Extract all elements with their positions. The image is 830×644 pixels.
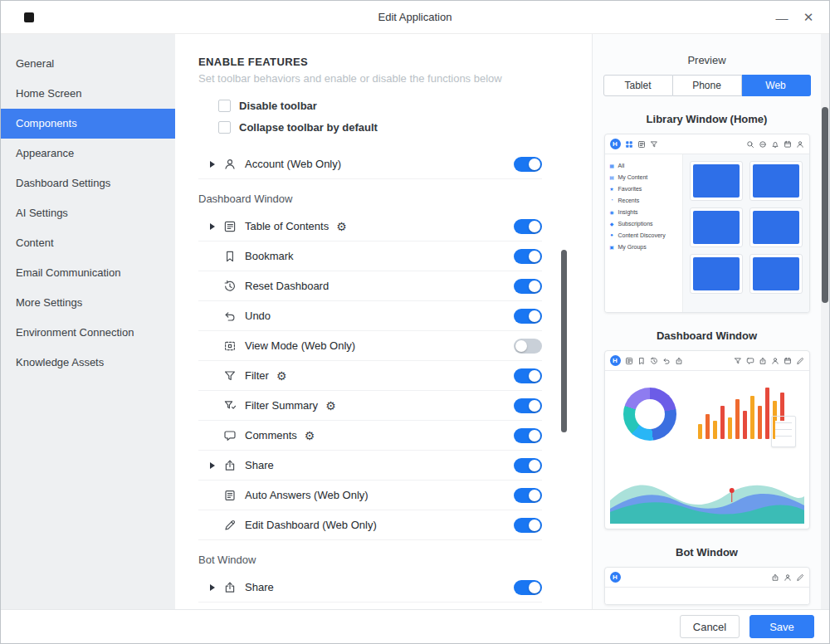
discovery-icon: ● (609, 232, 615, 237)
close-button[interactable]: ✕ (798, 7, 819, 27)
window-scrollbar-track[interactable] (821, 34, 829, 609)
edit-icon (223, 519, 243, 532)
library-nav-item-content-discovery: ●Content Discovery (609, 229, 678, 241)
settings-gear-icon[interactable]: ⚙ (325, 400, 336, 412)
account-toggle[interactable] (514, 157, 542, 172)
feature-label: Edit Dashboard (Web Only) (245, 519, 377, 531)
settings-gear-icon[interactable]: ⚙ (336, 221, 347, 232)
filter-icon (650, 140, 658, 149)
feature-label: Account (Web Only) (245, 158, 341, 170)
enable-features-heading: ENABLE FEATURES (198, 56, 542, 68)
undo-toggle[interactable] (514, 309, 542, 324)
collapse-toolbar-checkbox[interactable] (218, 121, 231, 134)
sidebar-item-appearance[interactable]: Appearance (1, 139, 175, 168)
device-switcher: Tablet Phone Web (603, 75, 811, 96)
library-window-preview: H ▦All ▤My (604, 134, 810, 313)
library-nav-item-recents: ◔Recents (609, 194, 678, 206)
library-nav-item-insights: ◉Insights (609, 206, 678, 217)
calendar-icon (784, 357, 792, 365)
table-of-contents-toggle[interactable] (514, 219, 542, 234)
edit-dashboard-toggle[interactable] (514, 518, 542, 533)
reset-dashboard-toggle[interactable] (514, 279, 542, 294)
feature-label: Filter (245, 369, 269, 382)
bot-preview-toolbar: H (605, 568, 809, 588)
sidebar-item-home-screen[interactable]: Home Screen (1, 79, 175, 109)
undo-icon (223, 310, 243, 323)
sidebar-item-more-settings[interactable]: More Settings (1, 288, 175, 318)
settings-gear-icon[interactable]: ⚙ (276, 370, 287, 382)
feature-label: Filter Summary (245, 399, 318, 412)
user-icon (784, 573, 792, 582)
sidebar-item-content[interactable]: Content (1, 228, 175, 258)
sidebar-item-dashboard-settings[interactable]: Dashboard Settings (1, 168, 175, 198)
edit-application-dialog: Edit Application — ✕ General Home Screen… (0, 0, 830, 644)
tab-web[interactable]: Web (742, 75, 811, 96)
feature-row-reset-dashboard: Reset Dashboard (198, 271, 542, 301)
app-logo: H (610, 139, 621, 149)
dialog-footer: Cancel Save (1, 609, 829, 643)
table-of-contents-icon (625, 357, 633, 365)
save-button[interactable]: Save (749, 615, 814, 638)
collapse-toolbar-row: Collapse toolbar by default (218, 116, 542, 138)
tab-phone[interactable]: Phone (673, 75, 742, 96)
view-mode-icon (223, 339, 243, 353)
feature-label: Table of Contents (245, 220, 329, 232)
window-scrollbar-thumb[interactable] (822, 107, 828, 303)
disable-toolbar-row: Disable toolbar (218, 95, 542, 116)
feature-row-filter: Filter ⚙ (198, 361, 542, 391)
settings-gear-icon[interactable]: ⚙ (305, 430, 315, 442)
sidebar-item-components[interactable]: Components (1, 109, 175, 139)
library-nav-item-my-content: ▤My Content (609, 171, 678, 183)
subscription-icon: ◆ (609, 221, 615, 227)
auto-answers-toggle[interactable] (514, 488, 542, 503)
sidebar-item-ai-settings[interactable]: AI Settings (1, 198, 175, 228)
sidebar-item-knowledge-assets[interactable]: Knowledge Assets (1, 348, 175, 378)
dashboard-window-preview: H (604, 350, 810, 529)
table-of-contents-icon (223, 220, 243, 233)
star-icon: ★ (609, 186, 615, 192)
share-icon (675, 357, 683, 365)
expand-caret-icon[interactable] (210, 223, 223, 230)
bookmark-toggle[interactable] (514, 249, 542, 264)
disable-toolbar-checkbox[interactable] (218, 100, 231, 112)
library-tile (749, 207, 803, 247)
library-nav-item-subscriptions: ◆Subscriptions (609, 217, 678, 229)
share-icon (771, 573, 779, 582)
preview-title: Preview (593, 54, 821, 66)
filter-summary-toggle[interactable] (514, 398, 542, 413)
groups-icon: ▣ (609, 244, 615, 250)
library-window-title: Library Window (Home) (593, 113, 821, 125)
search-icon (746, 140, 754, 149)
settings-sidebar: General Home Screen Components Appearanc… (1, 34, 175, 609)
sidebar-item-general[interactable]: General (1, 49, 175, 79)
minimize-button[interactable]: — (771, 7, 793, 27)
reset-icon (223, 280, 243, 293)
dashboard-preview-body (605, 371, 809, 529)
title-bar: Edit Application — ✕ (1, 1, 829, 34)
edit-icon (796, 573, 804, 582)
app-logo: H (610, 355, 621, 366)
expand-caret-icon[interactable] (210, 161, 223, 168)
cancel-button[interactable]: Cancel (680, 615, 740, 638)
feature-row-bookmark: Bookmark (198, 242, 542, 271)
library-nav-item-my-groups: ▣My Groups (609, 241, 678, 252)
comments-icon (746, 357, 754, 365)
filter-toggle[interactable] (514, 368, 542, 383)
feature-row-view-mode: View Mode (Web Only) (198, 331, 542, 361)
user-icon (796, 140, 804, 149)
export-icon (759, 357, 767, 365)
sidebar-item-environment-connection[interactable]: Environment Connection (1, 318, 175, 348)
sidebar-item-email-communication[interactable]: Email Communication (1, 258, 175, 288)
bot-share-toggle[interactable] (514, 580, 542, 595)
feature-label: Share (245, 581, 274, 593)
tab-tablet[interactable]: Tablet (603, 75, 673, 96)
main-scrollbar-thumb[interactable] (561, 250, 567, 432)
bot-window-preview: H (604, 567, 810, 605)
share-toggle[interactable] (514, 458, 542, 473)
feature-label: Share (245, 459, 274, 471)
expand-caret-icon[interactable] (210, 462, 223, 469)
comments-toggle[interactable] (514, 428, 542, 443)
expand-caret-icon[interactable] (210, 584, 223, 591)
share-icon (223, 459, 243, 472)
view-mode-toggle[interactable] (514, 339, 542, 354)
